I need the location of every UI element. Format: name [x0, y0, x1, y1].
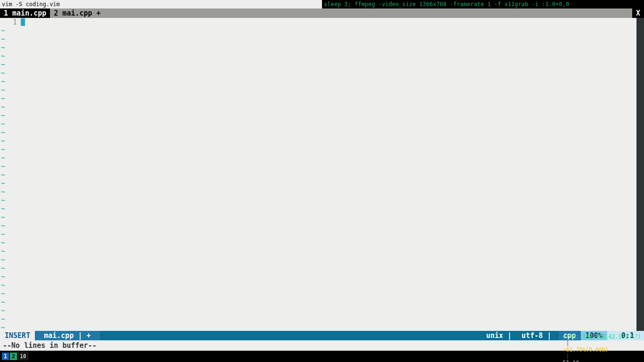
tilde-line: ~: [0, 213, 7, 222]
tilde-line: ~: [0, 86, 7, 94]
tilde-line: ~: [0, 281, 7, 289]
tilde-line: ~: [0, 298, 7, 306]
vim-commandline[interactable]: --No lines in buffer--: [0, 340, 644, 351]
battery-icon: ⚡: [563, 346, 566, 353]
wm-titlebar: vim -S coding.vim sleep 3; ffmpeg -video…: [0, 0, 644, 8]
workspace-list: 1 2 10: [0, 352, 30, 361]
tilde-line: ~: [0, 222, 7, 230]
tilde-line: ~: [0, 111, 7, 120]
line-number-1: 1: [0, 18, 17, 26]
wm-command: sleep 3; ffmpeg -video_size 644x362 -fr…: [322, 1, 569, 8]
tilde-line: ~: [0, 255, 7, 264]
tilde-line: ~: [0, 94, 7, 103]
tab-close-button[interactable]: X: [632, 8, 644, 18]
eth-status: eth0: 192.168.42.132 (?): [563, 333, 641, 340]
tilde-line: ~: [0, 179, 7, 188]
tilde-column: ~~~~~~~~~~~~~~~~~~~~~~~~~~~~~~~~~~~~: [0, 26, 7, 332]
system-statusbar: 1 2 10 🖴: 79.3 GiB/94.3 GiB | 0.76 | 243…: [0, 351, 644, 362]
tilde-line: ~: [0, 188, 7, 196]
scrollbar[interactable]: [636, 18, 644, 331]
editor-area[interactable]: 1 ~~~~~~~~~~~~~~~~~~~~~~~~~~~~~~~~~~~~: [0, 18, 644, 331]
tilde-line: ~: [0, 52, 7, 60]
eol-segment: unix |: [483, 331, 519, 340]
tilde-line: ~: [0, 69, 7, 77]
separator: |: [563, 353, 573, 360]
window-title: vim -S coding.vim: [0, 0, 322, 8]
battery: 61.79%(0.00W): [566, 346, 609, 353]
tilde-line: ~: [0, 154, 7, 162]
tilde-line: ~: [0, 103, 7, 111]
tilde-line: ~: [0, 272, 7, 281]
tilde-line: ~: [0, 239, 7, 247]
statusline-spacer: [100, 331, 484, 340]
tilde-line: ~: [0, 264, 7, 272]
temperature: 51 °C: [563, 360, 579, 362]
tilde-line: ~: [0, 128, 7, 137]
separator: |: [563, 340, 573, 346]
tab-mai-cpp[interactable]: 2 mai.cpp +: [50, 8, 104, 18]
tilde-line: ~: [0, 120, 7, 128]
tilde-line: ~: [0, 43, 7, 52]
tilde-line: ~: [0, 162, 7, 171]
vim-statusline: INSERT mai.cpp | + unix | utf-8 | cpp 10…: [0, 331, 644, 340]
tilde-line: ~: [0, 26, 7, 35]
tilde-line: ~: [0, 306, 7, 315]
tilde-line: ~: [0, 77, 7, 86]
tilde-line: ~: [0, 145, 7, 154]
tilde-line: ~: [0, 315, 7, 323]
vim-tabbar: 1 main.cpp 2 mai.cpp + X: [0, 8, 644, 18]
tilde-line: ~: [0, 60, 7, 69]
tabbar-spacer: [105, 8, 632, 18]
tilde-line: ~: [0, 196, 7, 205]
mode-indicator: INSERT: [0, 331, 35, 340]
workspace-10[interactable]: 10: [18, 353, 28, 360]
tilde-line: ~: [0, 171, 7, 179]
tilde-line: ~: [0, 205, 7, 213]
tilde-line: ~: [0, 137, 7, 145]
tab-main-cpp[interactable]: 1 main.cpp: [0, 8, 50, 18]
tilde-line: ~: [0, 230, 7, 239]
tilde-line: ~: [0, 289, 7, 298]
tilde-line: ~: [0, 247, 7, 255]
tilde-line: ~: [0, 323, 7, 332]
cursor: [21, 18, 25, 26]
workspace-2[interactable]: 2: [10, 353, 17, 360]
filename-segment: mai.cpp | +: [35, 331, 99, 340]
tilde-line: ~: [0, 35, 7, 43]
workspace-1[interactable]: 1: [2, 353, 9, 360]
text-area[interactable]: [20, 18, 636, 331]
